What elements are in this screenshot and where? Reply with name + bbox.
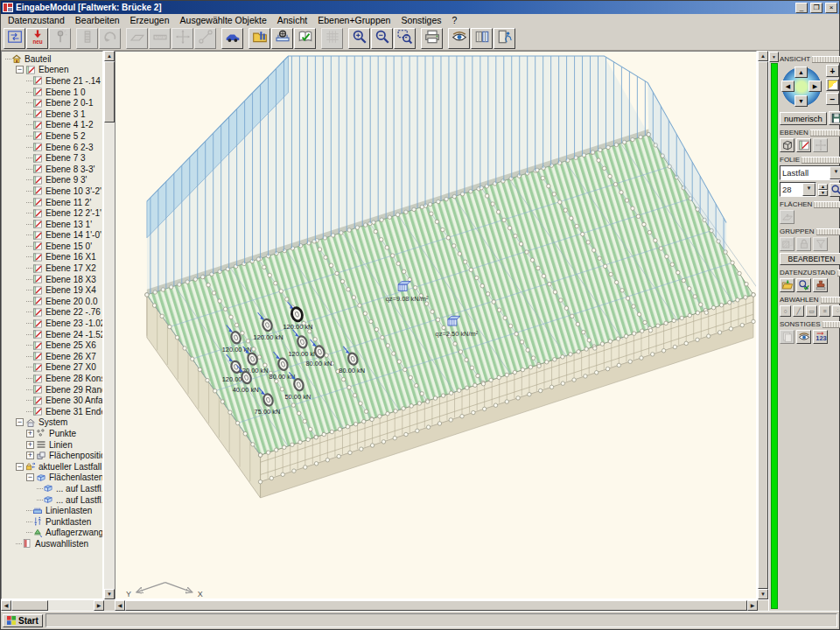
zoom-plus-button[interactable]: + <box>826 65 839 77</box>
tree-item-ebene-12-2-1-[interactable]: Ebene 12 2'-1' <box>2 207 102 219</box>
move-button[interactable] <box>172 28 193 49</box>
edit-plane-button[interactable] <box>796 138 811 152</box>
layer-number-dropdown[interactable]: 28 ▼ <box>780 182 816 197</box>
scroll-left-button[interactable]: ◀ <box>115 600 125 611</box>
tree-item-punktlasten[interactable]: Punktlasten <box>2 516 102 528</box>
undo-button[interactable] <box>99 28 121 49</box>
menu-item--[interactable]: ? <box>447 15 463 25</box>
move-plane-button[interactable] <box>813 138 828 152</box>
deselect-points-button[interactable]: ○ <box>780 305 791 317</box>
copy-pages-button[interactable] <box>780 330 794 344</box>
scroll-up-button[interactable]: ▲ <box>758 51 768 61</box>
scroll-right-button[interactable]: ▶ <box>747 600 758 611</box>
menu-item-erzeugen[interactable]: Erzeugen <box>125 15 175 25</box>
tree-item-ebene-6-2-3[interactable]: Ebene 6 2-3 <box>2 142 102 153</box>
menu-item-ebenen-gruppen[interactable]: Ebenen+Gruppen <box>312 15 396 25</box>
show-plane-box-button[interactable] <box>780 138 794 152</box>
start-button[interactable]: Start <box>3 614 43 627</box>
scroll-down-button[interactable]: ▼ <box>758 589 768 599</box>
dropdown-arrow-icon[interactable]: ▼ <box>802 183 816 196</box>
tree-toggle-collapse[interactable]: − <box>26 473 34 481</box>
tree-item-ebene-18-x3[interactable]: Ebene 18 X3 <box>2 274 102 285</box>
tree-item-linien[interactable]: +Linien <box>2 439 102 451</box>
tree-item-ebene-7-3[interactable]: Ebene 7 3 <box>2 152 102 164</box>
tree-toggle-expand[interactable]: + <box>26 452 34 459</box>
tree-item-auflagerzwangsv[interactable]: Auflagerzwangsv <box>2 528 102 539</box>
tree-toggle-expand[interactable]: + <box>26 441 34 449</box>
check-state-button[interactable] <box>796 278 811 292</box>
tree-item-ebene-17-x2[interactable]: Ebene 17 X2 <box>2 262 102 274</box>
numbering-button[interactable]: 123 <box>813 330 828 344</box>
day-night-button[interactable] <box>826 79 839 91</box>
tree-item-ebene-11-2-[interactable]: Ebene 11 2' <box>2 197 102 208</box>
tree-item-ebene-22-76[interactable]: Ebene 22 -.76 <box>2 307 102 318</box>
print-button[interactable] <box>421 28 443 49</box>
menu-item-datenzustand[interactable]: Datenzustand <box>3 15 70 25</box>
exit-button[interactable] <box>494 28 515 49</box>
rotate-right-button[interactable]: ▶ <box>808 80 822 92</box>
ruler-button[interactable] <box>149 28 171 49</box>
column-button[interactable] <box>76 28 98 49</box>
pin-button[interactable] <box>49 28 71 49</box>
new-button[interactable]: neu <box>26 28 48 49</box>
menu-item-sonstiges[interactable]: Sonstiges <box>396 15 446 25</box>
numeric-view-button[interactable]: numerisch <box>780 112 827 125</box>
tree-toggle-collapse[interactable]: − <box>16 418 24 426</box>
tree-item-ebene-10-3-2-[interactable]: Ebene 10 3'-2' <box>2 186 102 197</box>
menu-item-bearbeiten[interactable]: Bearbeiten <box>70 15 125 25</box>
deselect-loads-button[interactable]: ≡ <box>819 305 830 317</box>
manual-button[interactable] <box>471 28 493 49</box>
scroll-thumb[interactable] <box>11 600 48 611</box>
tree-item-ebene-19-x4[interactable]: Ebene 19 X4 <box>2 284 102 296</box>
edit-groups-button[interactable]: BEARBEITEN <box>780 253 840 265</box>
traffic-lane-button[interactable] <box>271 28 293 49</box>
scene-3d[interactable]: qz=9.08 kN/m²qz=2.50 kN/m²120.00 kN120.0… <box>115 51 757 599</box>
spin-down-button[interactable]: ▼ <box>818 190 828 196</box>
tree-item-ebene-30-anfan[interactable]: Ebene 30 Anfan <box>2 395 102 406</box>
tree-item-ebene-20-0-0[interactable]: Ebene 20 0.0 <box>2 296 102 307</box>
display-options-button[interactable] <box>796 330 811 344</box>
scroll-thumb[interactable] <box>104 61 115 122</box>
tree-item-punkte[interactable]: +Punkte <box>2 428 102 439</box>
viewport-vertical-scrollbar[interactable]: ▲ ▼ <box>757 51 768 599</box>
scroll-right-button[interactable]: ▶ <box>94 600 104 611</box>
raster-button[interactable] <box>321 28 343 49</box>
check-input-button[interactable] <box>294 28 316 49</box>
vehicle-load-button[interactable] <box>221 28 243 49</box>
spin-up-button[interactable]: ▲ <box>818 184 828 190</box>
deselect-all-button[interactable]: ⁘ <box>832 305 840 317</box>
tree-item-bauteil[interactable]: Bauteil <box>2 53 102 65</box>
tree-item-ebene-8-3-3-[interactable]: Ebene 8 3-3' <box>2 164 102 175</box>
deselect-lines-button[interactable]: ╱ <box>793 305 804 317</box>
menu-item-ansicht[interactable]: Ansicht <box>272 15 312 25</box>
group-filter-button[interactable] <box>813 237 828 251</box>
viewport-horizontal-scrollbar[interactable]: ◀ ▶ <box>115 599 768 611</box>
tree-toggle-collapse[interactable]: − <box>16 66 24 74</box>
scroll-up-button[interactable]: ▲ <box>104 51 115 61</box>
save-view-button[interactable] <box>829 111 840 125</box>
rotate-down-button[interactable]: ▼ <box>794 95 808 107</box>
tree-item-ebene-13-1-[interactable]: Ebene 13 1' <box>2 219 102 230</box>
tree-item-ebene-3-1[interactable]: Ebene 3 1 <box>2 108 102 120</box>
maximize-button[interactable]: ❒ <box>810 3 822 13</box>
tree-item-fl-chenlasten[interactable]: −Flächenlasten <box>2 472 102 484</box>
tree-item-ebene-25-x6[interactable]: Ebene 25 X6 <box>2 340 102 351</box>
tree-item-system[interactable]: −System <box>2 417 102 429</box>
group-lock-button[interactable] <box>796 237 811 251</box>
scroll-down-button[interactable]: ▼ <box>104 589 115 599</box>
zoom-in-button[interactable] <box>348 28 370 49</box>
layer-type-dropdown[interactable]: Lastfall ▼ <box>780 165 840 180</box>
tree-item-linienlasten[interactable]: Linienlasten <box>2 505 102 516</box>
tree-item--auf-lastfl-[interactable]: ... auf Lastfl. <box>2 494 102 506</box>
rotate-up-button[interactable]: ▲ <box>794 66 808 78</box>
tree-toggle-collapse[interactable]: − <box>16 463 24 471</box>
menu-item-ausgew-hlte-objekte[interactable]: Ausgewählte Objekte <box>175 15 272 25</box>
display-options-button[interactable] <box>448 28 470 49</box>
tree-item-ebene-16-x1[interactable]: Ebene 16 X1 <box>2 252 102 263</box>
tree-item--auf-lastfl-[interactable]: ... auf Lastfl. <box>2 483 102 494</box>
surface-tool-button[interactable] <box>780 210 794 224</box>
tree-item-ebene-29-randk[interactable]: Ebene 29 Randk <box>2 384 102 396</box>
tree-item-auswahllisten[interactable]: Auswahllisten <box>2 538 102 550</box>
deselect-surfaces-button[interactable]: ▭ <box>806 305 817 317</box>
tree-item-ebene-31-ende[interactable]: Ebene 31 Ende <box>2 406 102 417</box>
